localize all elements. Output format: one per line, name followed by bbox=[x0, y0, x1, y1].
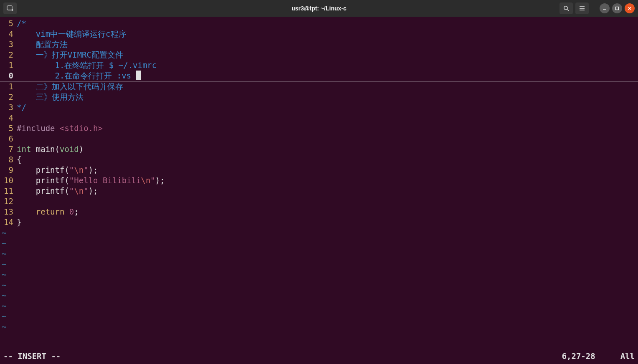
minimize-icon bbox=[603, 6, 607, 10]
gutter-number: 13 bbox=[0, 207, 17, 217]
tilde-icon: ~ bbox=[0, 228, 6, 238]
code-content bbox=[17, 134, 638, 144]
titlebar: usr3@tpt: ~/Linux-c bbox=[0, 0, 638, 17]
tilde-icon: ~ bbox=[0, 301, 6, 311]
svg-rect-0 bbox=[7, 6, 12, 10]
tilde-icon: ~ bbox=[0, 321, 6, 332]
code-line[interactable]: 10 printf("Hello Bilibili\n"); bbox=[0, 175, 638, 186]
empty-line: ~ bbox=[0, 248, 638, 259]
code-content: 三》使用方法 bbox=[17, 92, 638, 102]
code-line[interactable]: 8 { bbox=[0, 154, 638, 165]
gutter-number: 1 bbox=[0, 60, 17, 71]
code-content: */ bbox=[17, 102, 638, 113]
code-content: printf("\n"); bbox=[17, 165, 638, 175]
tilde-icon: ~ bbox=[0, 280, 6, 290]
empty-line: ~ bbox=[0, 280, 638, 290]
gutter-number: 2 bbox=[0, 50, 17, 60]
gutter-number: 7 bbox=[0, 144, 17, 154]
code-line[interactable]: 4 bbox=[0, 113, 638, 123]
code-content: printf("\n"); bbox=[17, 186, 638, 196]
code-line[interactable]: 12 bbox=[0, 196, 638, 207]
gutter-number: 14 bbox=[0, 217, 17, 228]
maximize-button[interactable] bbox=[612, 3, 622, 13]
status-position: 6,27-28 bbox=[562, 351, 595, 361]
code-line[interactable]: 2 三》使用方法 bbox=[0, 92, 638, 102]
code-line-current[interactable]: 0 2.在命令行打开 :vs bbox=[0, 71, 638, 81]
gutter-number: 2 bbox=[0, 92, 17, 102]
status-scroll: All bbox=[620, 351, 635, 361]
code-content: printf("Hello Bilibili\n"); bbox=[17, 175, 638, 186]
code-line[interactable]: 4 vim中一键编译运行c程序 bbox=[0, 29, 638, 39]
code-content: #include <stdio.h> bbox=[17, 123, 638, 134]
gutter-number-current: 0 bbox=[0, 71, 17, 81]
svg-point-3 bbox=[564, 6, 567, 10]
empty-line: ~ bbox=[0, 238, 638, 248]
empty-line: ~ bbox=[0, 290, 638, 301]
code-line[interactable]: 1 二》加入以下代码并保存 bbox=[0, 81, 638, 92]
minimize-button[interactable] bbox=[600, 3, 610, 13]
gutter-number: 8 bbox=[0, 154, 17, 165]
code-content bbox=[17, 196, 638, 207]
code-content: return 0; bbox=[17, 207, 638, 217]
close-icon bbox=[628, 6, 632, 10]
code-content: { bbox=[17, 154, 638, 165]
code-content: 一》打开VIMRC配置文件 bbox=[17, 50, 638, 60]
code-line[interactable]: 13 return 0; bbox=[0, 207, 638, 217]
empty-line: ~ bbox=[0, 228, 638, 238]
maximize-icon bbox=[615, 6, 619, 10]
tilde-icon: ~ bbox=[0, 311, 6, 321]
tilde-icon: ~ bbox=[0, 238, 6, 248]
gutter-number: 3 bbox=[0, 39, 17, 50]
new-tab-button[interactable] bbox=[3, 3, 17, 14]
code-line[interactable]: 14 } bbox=[0, 217, 638, 228]
svg-line-4 bbox=[567, 9, 569, 11]
code-content: 1.在终端打开 $ ~/.vimrc bbox=[17, 60, 638, 71]
empty-line: ~ bbox=[0, 269, 638, 280]
window-title: usr3@tpt: ~/Linux-c bbox=[291, 5, 347, 12]
svg-rect-9 bbox=[616, 7, 619, 10]
gutter-number: 5 bbox=[0, 123, 17, 134]
tilde-icon: ~ bbox=[0, 248, 6, 259]
terminal-plus-icon bbox=[7, 5, 13, 11]
code-line[interactable]: 3 */ bbox=[0, 102, 638, 113]
menu-button[interactable] bbox=[575, 3, 589, 14]
code-line[interactable]: 5 /* bbox=[0, 18, 638, 29]
code-line[interactable]: 6 bbox=[0, 134, 638, 144]
code-line[interactable]: 7 int main(void) bbox=[0, 144, 638, 154]
terminal-area[interactable]: 5 /* 4 vim中一键编译运行c程序 3 配置方法 2 一》打开VIMRC配… bbox=[0, 17, 638, 364]
status-bar: -- INSERT -- 6,27-28 All bbox=[3, 351, 635, 361]
code-content: vim中一键编译运行c程序 bbox=[17, 29, 638, 39]
search-button[interactable] bbox=[560, 3, 573, 14]
gutter-number: 4 bbox=[0, 29, 17, 39]
empty-line: ~ bbox=[0, 259, 638, 269]
code-line[interactable]: 3 配置方法 bbox=[0, 39, 638, 50]
gutter-number: 12 bbox=[0, 196, 17, 207]
tilde-icon: ~ bbox=[0, 290, 6, 301]
code-content bbox=[17, 113, 638, 123]
code-line[interactable]: 1 1.在终端打开 $ ~/.vimrc bbox=[0, 60, 638, 71]
gutter-number: 1 bbox=[0, 81, 17, 92]
text-cursor bbox=[136, 71, 141, 80]
hamburger-icon bbox=[579, 6, 585, 11]
gutter-number: 6 bbox=[0, 134, 17, 144]
status-mode: -- INSERT -- bbox=[3, 351, 61, 361]
code-line[interactable]: 2 一》打开VIMRC配置文件 bbox=[0, 50, 638, 60]
code-content: } bbox=[17, 217, 638, 228]
code-line[interactable]: 11 printf("\n"); bbox=[0, 186, 638, 196]
gutter-number: 5 bbox=[0, 18, 17, 29]
code-line[interactable]: 5 #include <stdio.h> bbox=[0, 123, 638, 134]
gutter-number: 11 bbox=[0, 186, 17, 196]
close-button[interactable] bbox=[625, 3, 635, 13]
tilde-icon: ~ bbox=[0, 269, 6, 280]
empty-line: ~ bbox=[0, 311, 638, 321]
code-content: 2.在命令行打开 :vs bbox=[17, 71, 638, 81]
gutter-number: 10 bbox=[0, 175, 17, 186]
code-line[interactable]: 9 printf("\n"); bbox=[0, 165, 638, 175]
search-icon bbox=[563, 5, 569, 11]
code-content: /* bbox=[17, 18, 638, 29]
code-content: 配置方法 bbox=[17, 39, 638, 50]
empty-line: ~ bbox=[0, 301, 638, 311]
code-content: 二》加入以下代码并保存 bbox=[17, 81, 638, 92]
code-content: int main(void) bbox=[17, 144, 638, 154]
empty-line: ~ bbox=[0, 321, 638, 332]
